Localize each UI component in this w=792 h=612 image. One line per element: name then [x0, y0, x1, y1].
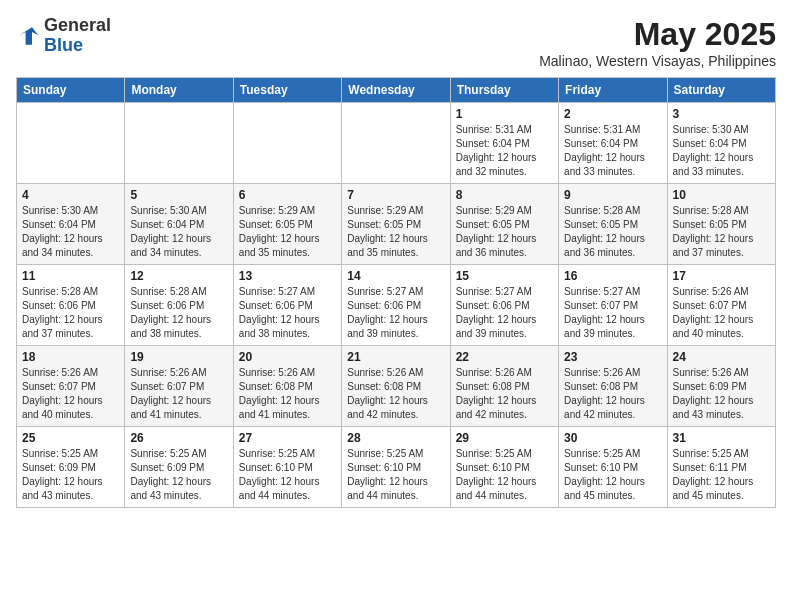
logo-text: General Blue — [44, 16, 111, 56]
day-info: Sunrise: 5:27 AM Sunset: 6:07 PM Dayligh… — [564, 285, 661, 341]
day-info: Sunrise: 5:31 AM Sunset: 6:04 PM Dayligh… — [456, 123, 553, 179]
table-row: 15Sunrise: 5:27 AM Sunset: 6:06 PM Dayli… — [450, 265, 558, 346]
day-info: Sunrise: 5:26 AM Sunset: 6:07 PM Dayligh… — [130, 366, 227, 422]
day-info: Sunrise: 5:26 AM Sunset: 6:08 PM Dayligh… — [347, 366, 444, 422]
table-row: 14Sunrise: 5:27 AM Sunset: 6:06 PM Dayli… — [342, 265, 450, 346]
day-number: 1 — [456, 107, 553, 121]
table-row: 1Sunrise: 5:31 AM Sunset: 6:04 PM Daylig… — [450, 103, 558, 184]
table-row: 28Sunrise: 5:25 AM Sunset: 6:10 PM Dayli… — [342, 427, 450, 508]
table-row: 8Sunrise: 5:29 AM Sunset: 6:05 PM Daylig… — [450, 184, 558, 265]
day-number: 17 — [673, 269, 770, 283]
day-info: Sunrise: 5:28 AM Sunset: 6:05 PM Dayligh… — [564, 204, 661, 260]
table-row: 2Sunrise: 5:31 AM Sunset: 6:04 PM Daylig… — [559, 103, 667, 184]
day-number: 4 — [22, 188, 119, 202]
day-info: Sunrise: 5:26 AM Sunset: 6:08 PM Dayligh… — [456, 366, 553, 422]
day-info: Sunrise: 5:25 AM Sunset: 6:10 PM Dayligh… — [239, 447, 336, 503]
table-row: 13Sunrise: 5:27 AM Sunset: 6:06 PM Dayli… — [233, 265, 341, 346]
day-info: Sunrise: 5:28 AM Sunset: 6:06 PM Dayligh… — [130, 285, 227, 341]
day-info: Sunrise: 5:29 AM Sunset: 6:05 PM Dayligh… — [456, 204, 553, 260]
table-row: 12Sunrise: 5:28 AM Sunset: 6:06 PM Dayli… — [125, 265, 233, 346]
day-number: 26 — [130, 431, 227, 445]
table-row: 31Sunrise: 5:25 AM Sunset: 6:11 PM Dayli… — [667, 427, 775, 508]
col-tuesday: Tuesday — [233, 78, 341, 103]
day-number: 20 — [239, 350, 336, 364]
calendar-table: Sunday Monday Tuesday Wednesday Thursday… — [16, 77, 776, 508]
day-number: 22 — [456, 350, 553, 364]
day-number: 27 — [239, 431, 336, 445]
day-number: 5 — [130, 188, 227, 202]
day-info: Sunrise: 5:25 AM Sunset: 6:10 PM Dayligh… — [347, 447, 444, 503]
table-row: 26Sunrise: 5:25 AM Sunset: 6:09 PM Dayli… — [125, 427, 233, 508]
day-number: 7 — [347, 188, 444, 202]
table-row: 21Sunrise: 5:26 AM Sunset: 6:08 PM Dayli… — [342, 346, 450, 427]
table-row: 25Sunrise: 5:25 AM Sunset: 6:09 PM Dayli… — [17, 427, 125, 508]
table-row: 11Sunrise: 5:28 AM Sunset: 6:06 PM Dayli… — [17, 265, 125, 346]
table-row — [125, 103, 233, 184]
logo-icon — [16, 24, 40, 48]
calendar-week-3: 11Sunrise: 5:28 AM Sunset: 6:06 PM Dayli… — [17, 265, 776, 346]
day-number: 28 — [347, 431, 444, 445]
day-number: 19 — [130, 350, 227, 364]
day-info: Sunrise: 5:25 AM Sunset: 6:09 PM Dayligh… — [130, 447, 227, 503]
day-info: Sunrise: 5:30 AM Sunset: 6:04 PM Dayligh… — [673, 123, 770, 179]
day-info: Sunrise: 5:26 AM Sunset: 6:08 PM Dayligh… — [239, 366, 336, 422]
svg-marker-0 — [19, 27, 38, 45]
day-info: Sunrise: 5:31 AM Sunset: 6:04 PM Dayligh… — [564, 123, 661, 179]
table-row: 30Sunrise: 5:25 AM Sunset: 6:10 PM Dayli… — [559, 427, 667, 508]
day-number: 31 — [673, 431, 770, 445]
table-row: 4Sunrise: 5:30 AM Sunset: 6:04 PM Daylig… — [17, 184, 125, 265]
day-number: 24 — [673, 350, 770, 364]
col-sunday: Sunday — [17, 78, 125, 103]
table-row: 9Sunrise: 5:28 AM Sunset: 6:05 PM Daylig… — [559, 184, 667, 265]
table-row: 5Sunrise: 5:30 AM Sunset: 6:04 PM Daylig… — [125, 184, 233, 265]
day-number: 29 — [456, 431, 553, 445]
col-saturday: Saturday — [667, 78, 775, 103]
day-number: 10 — [673, 188, 770, 202]
day-number: 9 — [564, 188, 661, 202]
table-row: 23Sunrise: 5:26 AM Sunset: 6:08 PM Dayli… — [559, 346, 667, 427]
day-number: 25 — [22, 431, 119, 445]
logo: General Blue — [16, 16, 111, 56]
calendar-week-5: 25Sunrise: 5:25 AM Sunset: 6:09 PM Dayli… — [17, 427, 776, 508]
day-number: 21 — [347, 350, 444, 364]
day-number: 2 — [564, 107, 661, 121]
day-number: 14 — [347, 269, 444, 283]
day-info: Sunrise: 5:30 AM Sunset: 6:04 PM Dayligh… — [22, 204, 119, 260]
table-row: 29Sunrise: 5:25 AM Sunset: 6:10 PM Dayli… — [450, 427, 558, 508]
day-number: 30 — [564, 431, 661, 445]
day-info: Sunrise: 5:27 AM Sunset: 6:06 PM Dayligh… — [347, 285, 444, 341]
day-number: 3 — [673, 107, 770, 121]
calendar-week-1: 1Sunrise: 5:31 AM Sunset: 6:04 PM Daylig… — [17, 103, 776, 184]
col-wednesday: Wednesday — [342, 78, 450, 103]
table-row: 17Sunrise: 5:26 AM Sunset: 6:07 PM Dayli… — [667, 265, 775, 346]
day-info: Sunrise: 5:25 AM Sunset: 6:11 PM Dayligh… — [673, 447, 770, 503]
day-number: 15 — [456, 269, 553, 283]
page-header: General Blue May 2025 Malinao, Western V… — [16, 16, 776, 69]
day-info: Sunrise: 5:28 AM Sunset: 6:05 PM Dayligh… — [673, 204, 770, 260]
title-block: May 2025 Malinao, Western Visayas, Phili… — [539, 16, 776, 69]
day-info: Sunrise: 5:25 AM Sunset: 6:09 PM Dayligh… — [22, 447, 119, 503]
calendar-week-2: 4Sunrise: 5:30 AM Sunset: 6:04 PM Daylig… — [17, 184, 776, 265]
day-info: Sunrise: 5:30 AM Sunset: 6:04 PM Dayligh… — [130, 204, 227, 260]
day-info: Sunrise: 5:25 AM Sunset: 6:10 PM Dayligh… — [456, 447, 553, 503]
location-subtitle: Malinao, Western Visayas, Philippines — [539, 53, 776, 69]
day-number: 16 — [564, 269, 661, 283]
table-row — [342, 103, 450, 184]
day-number: 6 — [239, 188, 336, 202]
header-row: Sunday Monday Tuesday Wednesday Thursday… — [17, 78, 776, 103]
day-info: Sunrise: 5:26 AM Sunset: 6:08 PM Dayligh… — [564, 366, 661, 422]
col-monday: Monday — [125, 78, 233, 103]
table-row — [17, 103, 125, 184]
month-title: May 2025 — [539, 16, 776, 53]
day-info: Sunrise: 5:27 AM Sunset: 6:06 PM Dayligh… — [456, 285, 553, 341]
table-row: 24Sunrise: 5:26 AM Sunset: 6:09 PM Dayli… — [667, 346, 775, 427]
table-row: 18Sunrise: 5:26 AM Sunset: 6:07 PM Dayli… — [17, 346, 125, 427]
col-thursday: Thursday — [450, 78, 558, 103]
day-info: Sunrise: 5:28 AM Sunset: 6:06 PM Dayligh… — [22, 285, 119, 341]
day-number: 18 — [22, 350, 119, 364]
table-row: 22Sunrise: 5:26 AM Sunset: 6:08 PM Dayli… — [450, 346, 558, 427]
day-info: Sunrise: 5:29 AM Sunset: 6:05 PM Dayligh… — [347, 204, 444, 260]
day-number: 23 — [564, 350, 661, 364]
day-info: Sunrise: 5:26 AM Sunset: 6:07 PM Dayligh… — [22, 366, 119, 422]
day-number: 11 — [22, 269, 119, 283]
